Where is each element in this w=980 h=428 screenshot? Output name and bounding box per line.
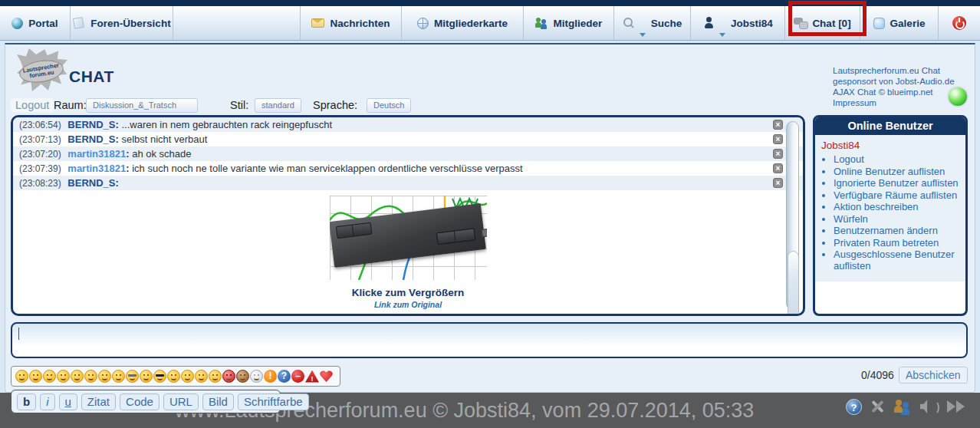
action-enter-private-room[interactable]: Privaten Raum betreten <box>834 238 961 249</box>
nav-item-jobsti84[interactable]: Jobsti84 <box>691 6 785 40</box>
message-input[interactable] <box>11 322 968 358</box>
shock-emoticon-icon[interactable] <box>98 370 111 383</box>
message-time: (23:07:20) <box>19 149 61 160</box>
style-select[interactable]: standard <box>255 98 301 113</box>
nav-item-chat[interactable]: Chat [0] <box>785 6 860 40</box>
underline-button[interactable]: u <box>59 393 77 410</box>
action-roll-dice[interactable]: Würfeln <box>834 214 961 226</box>
nav-item-galerie[interactable]: Galerie <box>860 6 939 40</box>
language-label: Sprache: <box>313 99 357 111</box>
action-logout[interactable]: Logout <box>834 154 961 166</box>
message-time: (23:07:13) <box>19 134 61 145</box>
room-select[interactable]: Diskussion_&_Tratsch <box>86 98 198 113</box>
heart-emoticon-icon[interactable] <box>320 370 333 382</box>
fontcolor-button[interactable]: Schriftfarbe <box>238 393 309 410</box>
message-username[interactable]: martin31821 <box>67 148 129 160</box>
chat-scrollbar-track[interactable] <box>786 121 799 310</box>
nav-item-mitglieder[interactable]: Mitglieder <box>524 6 614 40</box>
lol-emoticon-icon[interactable] <box>167 370 180 383</box>
chat-image-thumbnail[interactable] <box>330 196 487 280</box>
italic-button[interactable]: i <box>40 393 54 410</box>
image-button[interactable]: Bild <box>202 393 234 410</box>
code-button[interactable]: Code <box>120 393 159 410</box>
panel-pin <box>481 229 486 237</box>
nav-item-suche[interactable]: Suche <box>614 6 691 40</box>
original-image-link[interactable]: Link zum Original <box>330 300 487 309</box>
style-label: Stil: <box>230 99 248 111</box>
cool-emoticon-icon[interactable] <box>153 370 166 383</box>
eek-emoticon-icon[interactable] <box>140 370 153 383</box>
warning-emoticon-icon[interactable]: ! <box>305 370 319 383</box>
nav-label: Chat [0] <box>812 18 850 29</box>
devil-emoticon-icon[interactable] <box>222 370 235 383</box>
url-button[interactable]: URL <box>163 393 199 410</box>
sound-icon[interactable] <box>919 398 939 415</box>
users-icon[interactable] <box>894 398 913 415</box>
forum-logo[interactable]: Lautsprecher forum.eu <box>17 48 67 93</box>
settings-tools-icon[interactable] <box>869 398 887 415</box>
nav-spacer <box>173 6 301 40</box>
nav-item-logout-power[interactable] <box>939 6 980 40</box>
online-user-name: Jobsti84 <box>821 140 961 151</box>
delete-message-button[interactable]: × <box>773 178 783 188</box>
room-label: Raum: <box>54 99 87 111</box>
quote-button[interactable]: Zitat <box>81 393 116 410</box>
nav-item-nachrichten[interactable]: Nachrichten <box>301 6 402 40</box>
nav-item-portal[interactable]: Portal <box>0 6 71 40</box>
character-counter: 0/4096 <box>861 369 894 381</box>
action-change-username[interactable]: Benutzernamen ändern <box>834 226 961 237</box>
message-username[interactable]: BERND_S <box>67 119 118 130</box>
wink-emoticon-icon[interactable] <box>43 370 56 383</box>
question-emoticon-icon[interactable]: ? <box>278 370 291 383</box>
online-users-panel: Online Benutzer Jobsti84 Logout Online B… <box>813 115 968 316</box>
action-list-banned-users[interactable]: Ausgeschlossene Benutzer auflisten <box>834 249 961 272</box>
action-describe-action[interactable]: Aktion beschreiben <box>834 202 961 213</box>
grin-emoticon-icon[interactable] <box>71 370 84 383</box>
idea-emoticon-icon[interactable] <box>250 370 263 383</box>
action-list-ignored-users[interactable]: Ignorierte Benutzer auflisten <box>834 178 961 189</box>
delete-message-button[interactable]: × <box>773 120 783 130</box>
bold-button[interactable]: b <box>17 393 36 410</box>
impressum-link[interactable]: Impressum <box>833 98 876 107</box>
help-icon[interactable]: ? <box>846 399 862 415</box>
kiss-emoticon-icon[interactable] <box>195 370 208 383</box>
panel-handle-slot <box>335 222 372 239</box>
smile-emoticon-icon[interactable] <box>15 370 28 383</box>
nav-label: Nachrichten <box>330 18 390 29</box>
tongue-emoticon-icon[interactable] <box>57 370 70 383</box>
message-time: (23:07:39) <box>19 163 61 174</box>
message-text: ich such noch ne tolle variante wie man … <box>132 163 522 174</box>
delete-message-button[interactable]: × <box>773 163 783 173</box>
chat-message: (23:07:13) BERND_S selbst nicht verbaut … <box>13 132 803 147</box>
message-text: selbst nicht verbaut <box>121 133 207 145</box>
nerd-emoticon-icon[interactable] <box>126 370 139 383</box>
user-action-list: Logout Online Benutzer auflisten Ignorie… <box>820 154 961 272</box>
monkey-emoticon-icon[interactable] <box>236 370 249 383</box>
chat-scrollbar-thumb[interactable] <box>788 251 799 316</box>
chat-message: (23:07:20) martin31821 ah ok schade × <box>13 147 803 161</box>
user-icon <box>702 17 715 29</box>
language-select[interactable]: Deutsch <box>367 98 411 113</box>
cry-emoticon-icon[interactable] <box>181 370 194 383</box>
nav-item-mitgliederkarte[interactable]: Mitgliederkarte <box>402 6 524 40</box>
chat-message: (23:06:54) BERND_S ...waren in nem gebra… <box>13 117 803 132</box>
message-username[interactable]: BERND_S <box>67 177 118 189</box>
delete-message-button[interactable]: × <box>773 149 783 159</box>
message-username[interactable]: martin31821 <box>67 163 129 174</box>
neutral-emoticon-icon[interactable] <box>84 370 97 383</box>
action-list-available-rooms[interactable]: Verfügbare Räume auflisten <box>834 190 961 202</box>
sad-emoticon-icon[interactable] <box>29 370 42 383</box>
power-icon <box>952 16 966 30</box>
stop-emoticon-icon[interactable]: – <box>291 370 304 383</box>
nav-item-foren-uebersicht[interactable]: Foren-Übersicht <box>71 6 173 40</box>
delete-message-button[interactable]: × <box>773 134 783 144</box>
rolleyes-emoticon-icon[interactable] <box>112 370 125 383</box>
fast-forward-icon[interactable] <box>946 398 968 415</box>
exclaim-emoticon-icon[interactable]: ! <box>264 370 277 383</box>
members-icon <box>535 17 548 29</box>
message-username[interactable]: BERND_S <box>67 133 118 145</box>
action-list-online-users[interactable]: Online Benutzer auflisten <box>834 166 961 178</box>
angel-emoticon-icon[interactable] <box>209 370 222 383</box>
logout-button[interactable]: Logout <box>11 98 54 112</box>
send-button[interactable]: Abschicken <box>899 367 968 384</box>
